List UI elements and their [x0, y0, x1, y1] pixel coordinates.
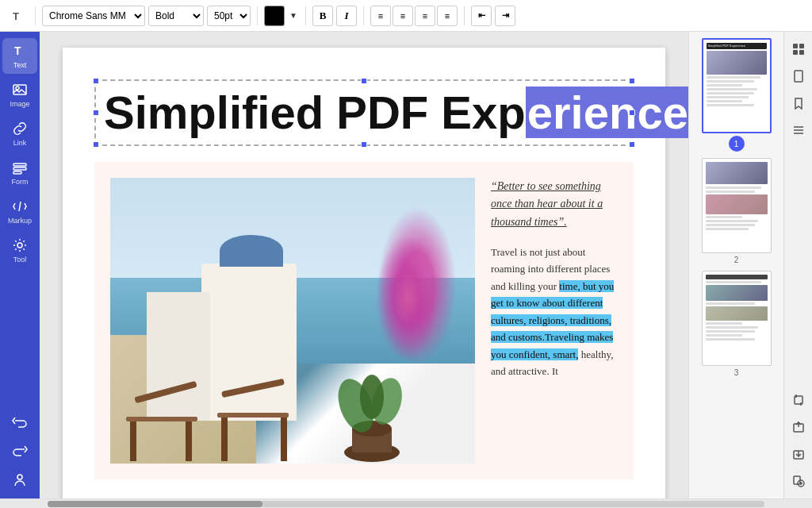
page-number-1: 1: [729, 136, 745, 152]
svg-rect-23: [793, 44, 798, 48]
page-canvas: Simplified PDF Experience: [63, 48, 665, 498]
grid-view-icon[interactable]: [787, 38, 810, 60]
content-section: “Better to see something once than hear …: [94, 162, 634, 479]
svg-rect-13: [221, 379, 285, 398]
thumbnail-page-3[interactable]: [702, 271, 772, 366]
sidebar-item-form[interactable]: Form: [2, 155, 37, 190]
page-number-2: 2: [734, 256, 739, 264]
svg-rect-15: [221, 418, 228, 461]
title-text-before: Simplified PDF Exp: [104, 87, 526, 138]
user-icon[interactable]: [2, 467, 37, 492]
chairs-svg: [110, 349, 475, 464]
svg-rect-25: [793, 50, 798, 55]
resize-handle-tr[interactable]: [629, 78, 635, 84]
svg-rect-11: [130, 421, 136, 461]
main-layout: T Text Image Link Form: [0, 32, 812, 498]
thumb-container-3: 3: [695, 271, 777, 377]
menu-lines-icon[interactable]: [787, 119, 810, 141]
resize-handle-mr[interactable]: [629, 110, 635, 116]
align-justify-button[interactable]: ≡: [437, 6, 458, 26]
tools-right: [783, 32, 812, 498]
svg-text:T: T: [13, 10, 19, 22]
svg-rect-6: [13, 171, 21, 174]
svg-point-8: [17, 475, 22, 479]
separator-3: [305, 6, 306, 25]
thumb-container-1: Simplified PDF Experience 1: [695, 38, 777, 152]
align-left-button[interactable]: ≡: [370, 6, 391, 26]
sidebar-item-text[interactable]: T Text: [2, 38, 37, 74]
svg-rect-5: [13, 167, 26, 170]
svg-rect-2: [13, 85, 26, 94]
resize-handle-br[interactable]: [629, 141, 635, 148]
page-number-3: 3: [734, 368, 739, 377]
resize-handle-ml[interactable]: [93, 110, 99, 116]
quote-paragraph: “Better to see something once than hear …: [491, 178, 618, 231]
thumbnail-sidebar[interactable]: Simplified PDF Experience 1: [688, 32, 783, 498]
resize-handle-bm[interactable]: [361, 141, 367, 148]
font-style-select[interactable]: Bold: [148, 6, 204, 26]
thumbnail-page-2[interactable]: [702, 158, 772, 253]
svg-rect-9: [134, 381, 197, 403]
svg-rect-26: [799, 50, 804, 55]
redo-button[interactable]: [2, 438, 37, 464]
svg-point-22: [360, 375, 384, 419]
align-right-button[interactable]: ≡: [415, 6, 435, 26]
canvas-area[interactable]: Simplified PDF Experience: [40, 32, 688, 498]
text-format-icon[interactable]: T: [6, 5, 29, 27]
sidebar-label-tool: Tool: [13, 256, 27, 264]
thumbnail-page-1[interactable]: Simplified PDF Experience: [702, 38, 772, 133]
align-center-button[interactable]: ≡: [393, 6, 413, 26]
alignment-group: ≡ ≡ ≡ ≡: [370, 6, 458, 26]
scroll-track: [48, 501, 764, 507]
svg-rect-24: [799, 44, 804, 48]
svg-rect-16: [281, 418, 287, 461]
color-dropdown-icon[interactable]: ▼: [288, 5, 299, 27]
font-size-select[interactable]: 50pt: [207, 6, 251, 26]
bold-button[interactable]: B: [312, 6, 333, 26]
horizontal-scrollbar[interactable]: [0, 498, 812, 508]
toolbar: T Chrome Sans MM Bold 50pt ▼ B I ≡ ≡ ≡ ≡…: [0, 0, 812, 32]
sidebar-item-markup[interactable]: Markup: [2, 194, 37, 229]
flowers2-element: [375, 235, 439, 362]
sidebar-label-markup: Markup: [8, 217, 32, 225]
resize-handle-bl[interactable]: [93, 141, 99, 148]
title-text-box[interactable]: Simplified PDF Experience: [94, 79, 634, 146]
svg-rect-14: [217, 413, 289, 418]
svg-rect-4: [13, 164, 26, 166]
svg-text:T: T: [14, 44, 21, 57]
travel-image: [110, 178, 475, 464]
separator-5: [464, 6, 465, 25]
export-icon[interactable]: [787, 416, 810, 438]
thumb-container-2: 2: [695, 158, 777, 264]
indent-increase-button[interactable]: ⇥: [495, 6, 515, 26]
page-view-icon[interactable]: [787, 65, 810, 87]
color-picker-button[interactable]: [264, 6, 285, 26]
title-text: Simplified PDF Experience: [104, 87, 624, 138]
sidebar-label-link: Link: [13, 139, 27, 147]
separator-1: [35, 6, 36, 25]
sidebar-label-image: Image: [10, 100, 29, 108]
bookmark-icon[interactable]: [787, 92, 810, 114]
title-text-highlighted: erience: [526, 87, 688, 138]
sidebar-item-image[interactable]: Image: [2, 77, 37, 113]
svg-rect-12: [186, 421, 192, 461]
scroll-thumb[interactable]: [48, 501, 262, 507]
body-paragraph: Travel is not just about roaming into di…: [491, 244, 618, 380]
crop-icon[interactable]: [787, 389, 810, 411]
resize-handle-tl[interactable]: [93, 78, 99, 84]
dome-element: [220, 235, 283, 267]
sidebar-label-form: Form: [12, 178, 29, 186]
indent-decrease-button[interactable]: ⇤: [471, 6, 492, 26]
italic-button[interactable]: I: [336, 6, 357, 26]
add-page-icon[interactable]: [787, 470, 810, 492]
right-panel: Simplified PDF Experience 1: [688, 32, 812, 498]
sidebar-left: T Text Image Link Form: [0, 32, 40, 498]
resize-handle-tm[interactable]: [361, 78, 367, 84]
sidebar-item-tool[interactable]: Tool: [2, 233, 37, 268]
font-name-select[interactable]: Chrome Sans MM: [42, 6, 145, 26]
import-icon[interactable]: [787, 443, 810, 465]
svg-rect-27: [795, 71, 802, 82]
sidebar-item-link[interactable]: Link: [2, 116, 37, 152]
undo-button[interactable]: [2, 410, 37, 435]
svg-rect-10: [126, 417, 197, 421]
